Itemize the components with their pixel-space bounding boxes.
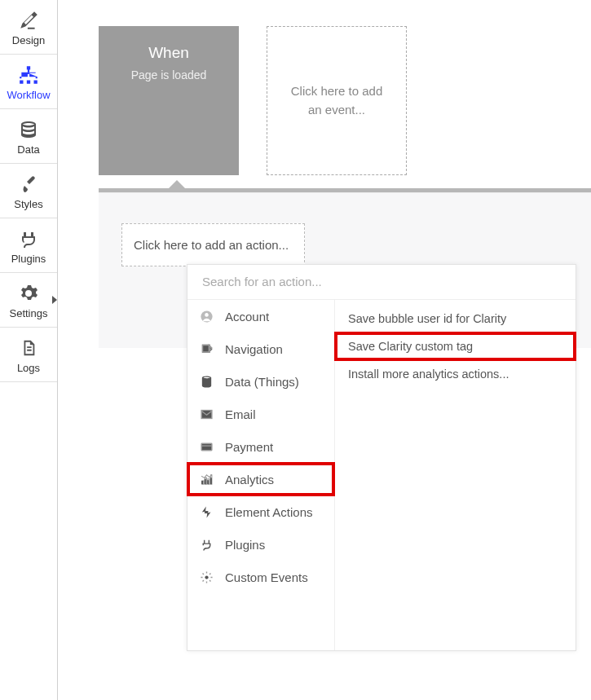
action-install-more-analytics[interactable]: Install more analytics actions... bbox=[335, 360, 576, 388]
event-title: When bbox=[148, 44, 189, 62]
category-label: Account bbox=[225, 310, 269, 324]
sidebar-item-logs[interactable]: Logs bbox=[0, 328, 57, 382]
svg-rect-5 bbox=[201, 480, 203, 483]
sidebar-item-label: Plugins bbox=[11, 253, 46, 265]
event-card-when[interactable]: When Page is loaded bbox=[99, 26, 239, 175]
svg-point-9 bbox=[205, 575, 208, 579]
category-element-actions[interactable]: Element Actions bbox=[187, 495, 334, 528]
category-label: Plugins bbox=[225, 538, 265, 552]
analytics-icon bbox=[199, 472, 214, 486]
category-label: Element Actions bbox=[225, 505, 313, 519]
divider-thick bbox=[99, 188, 591, 192]
add-action-label: Click here to add an action... bbox=[134, 238, 289, 252]
action-search-wrapper bbox=[187, 265, 576, 300]
category-label: Data (Things) bbox=[225, 375, 299, 389]
logs-icon bbox=[17, 337, 40, 359]
custom-events-icon bbox=[199, 570, 214, 584]
data-icon bbox=[17, 118, 40, 141]
event-subtitle: Page is loaded bbox=[131, 68, 207, 81]
category-custom-events[interactable]: Custom Events bbox=[187, 561, 334, 593]
svg-rect-8 bbox=[209, 478, 211, 484]
sidebar-item-label: Workflow bbox=[7, 89, 50, 101]
payment-icon bbox=[199, 439, 214, 454]
category-label: Email bbox=[225, 407, 256, 421]
sidebar-item-label: Settings bbox=[10, 307, 48, 319]
sidebar-item-workflow[interactable]: Workflow bbox=[0, 55, 57, 109]
svg-point-1 bbox=[205, 313, 209, 317]
plugins-icon bbox=[199, 537, 214, 552]
arrow-up-icon bbox=[168, 180, 186, 189]
category-analytics[interactable]: Analytics bbox=[187, 463, 334, 495]
workflow-icon bbox=[17, 64, 40, 86]
element-actions-icon bbox=[199, 504, 214, 519]
category-data[interactable]: Data (Things) bbox=[187, 365, 334, 398]
svg-rect-3 bbox=[201, 443, 212, 451]
svg-rect-7 bbox=[207, 480, 209, 484]
category-label: Analytics bbox=[225, 473, 274, 486]
sidebar-item-design[interactable]: Design bbox=[0, 0, 57, 55]
category-label: Navigation bbox=[225, 342, 283, 356]
action-body: Account Navigation Data (Things) Email P… bbox=[187, 300, 576, 650]
category-navigation[interactable]: Navigation bbox=[187, 332, 334, 365]
navigation-icon bbox=[199, 341, 214, 356]
add-action-button[interactable]: Click here to add an action... bbox=[121, 223, 305, 266]
sidebar-item-label: Logs bbox=[17, 362, 40, 374]
data-icon bbox=[199, 374, 214, 389]
category-email[interactable]: Email bbox=[187, 398, 334, 430]
gear-icon bbox=[17, 282, 40, 305]
sidebar: Design Workflow Data Styles Plugins Sett… bbox=[0, 0, 58, 700]
events-row: When Page is loaded Click here to add an… bbox=[58, 0, 591, 175]
action-list: Save bubble user id for Clarity Save Cla… bbox=[335, 300, 576, 650]
email-icon bbox=[199, 407, 214, 421]
account-icon bbox=[199, 309, 214, 324]
action-categories: Account Navigation Data (Things) Email P… bbox=[187, 300, 335, 650]
category-plugins[interactable]: Plugins bbox=[187, 528, 334, 561]
sidebar-item-settings[interactable]: Settings bbox=[0, 273, 57, 328]
category-payment[interactable]: Payment bbox=[187, 430, 334, 463]
svg-rect-6 bbox=[204, 478, 205, 483]
sidebar-item-label: Styles bbox=[14, 198, 42, 210]
sidebar-item-label: Design bbox=[12, 34, 45, 46]
action-save-bubble-user-id[interactable]: Save bubble user id for Clarity bbox=[335, 305, 576, 332]
chevron-right-icon bbox=[52, 296, 57, 304]
action-save-clarity-custom-tag[interactable]: Save Clarity custom tag bbox=[335, 332, 576, 360]
add-event-placeholder[interactable]: Click here to add an event... bbox=[267, 26, 407, 175]
sidebar-item-label: Data bbox=[17, 143, 39, 156]
plugins-icon bbox=[17, 227, 40, 250]
category-label: Custom Events bbox=[225, 570, 308, 584]
category-account[interactable]: Account bbox=[187, 300, 334, 332]
sidebar-item-plugins[interactable]: Plugins bbox=[0, 218, 57, 273]
main-area: When Page is loaded Click here to add an… bbox=[58, 0, 591, 700]
styles-icon bbox=[17, 173, 40, 196]
action-search-input[interactable] bbox=[202, 275, 561, 288]
category-label: Payment bbox=[225, 440, 273, 454]
action-picker: Account Navigation Data (Things) Email P… bbox=[187, 264, 576, 651]
sidebar-item-styles[interactable]: Styles bbox=[0, 164, 57, 218]
sidebar-item-data[interactable]: Data bbox=[0, 109, 57, 164]
design-icon bbox=[17, 9, 40, 32]
add-event-label: Click here to add an event... bbox=[290, 82, 383, 119]
